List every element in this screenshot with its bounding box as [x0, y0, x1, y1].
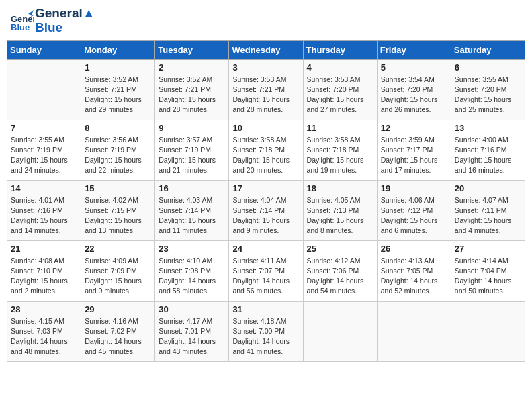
calendar-cell: 24Sunrise: 4:11 AM Sunset: 7:07 PM Dayli…	[229, 240, 303, 301]
calendar-cell: 8Sunrise: 3:56 AM Sunset: 7:19 PM Daylig…	[81, 120, 155, 180]
logo: General Blue General▲ Blue	[9, 7, 95, 35]
calendar-cell: 17Sunrise: 4:04 AM Sunset: 7:14 PM Dayli…	[229, 180, 303, 240]
day-number: 2	[159, 62, 225, 73]
cell-content: Sunrise: 4:18 AM Sunset: 7:00 PM Dayligh…	[232, 316, 299, 357]
calendar-cell: 5Sunrise: 3:54 AM Sunset: 7:20 PM Daylig…	[377, 59, 451, 120]
day-number: 11	[307, 123, 373, 133]
cell-content: Sunrise: 4:16 AM Sunset: 7:02 PM Dayligh…	[85, 316, 151, 357]
calendar-cell: 15Sunrise: 4:02 AM Sunset: 7:15 PM Dayli…	[81, 180, 155, 240]
calendar-cell: 14Sunrise: 4:01 AM Sunset: 7:16 PM Dayli…	[7, 180, 81, 240]
calendar-cell: 16Sunrise: 4:03 AM Sunset: 7:14 PM Dayli…	[155, 180, 229, 240]
day-number: 6	[455, 62, 521, 73]
cell-content: Sunrise: 4:03 AM Sunset: 7:14 PM Dayligh…	[159, 195, 225, 236]
cell-content: Sunrise: 3:57 AM Sunset: 7:19 PM Dayligh…	[159, 135, 225, 176]
day-number: 4	[307, 62, 373, 73]
day-number: 22	[85, 244, 151, 254]
cell-content: Sunrise: 3:59 AM Sunset: 7:17 PM Dayligh…	[381, 135, 447, 176]
calendar-cell: 26Sunrise: 4:13 AM Sunset: 7:05 PM Dayli…	[377, 240, 451, 301]
calendar-cell: 31Sunrise: 4:18 AM Sunset: 7:00 PM Dayli…	[229, 301, 303, 361]
day-number: 31	[232, 304, 299, 314]
day-number: 15	[85, 183, 151, 193]
day-number: 24	[232, 244, 299, 254]
cell-content: Sunrise: 3:52 AM Sunset: 7:21 PM Dayligh…	[85, 75, 151, 116]
calendar-week-row: 1Sunrise: 3:52 AM Sunset: 7:21 PM Daylig…	[7, 59, 525, 120]
day-number: 7	[11, 123, 77, 133]
column-header-wednesday: Wednesday	[229, 40, 303, 59]
cell-content: Sunrise: 3:53 AM Sunset: 7:20 PM Dayligh…	[307, 75, 373, 116]
cell-content: Sunrise: 3:53 AM Sunset: 7:21 PM Dayligh…	[232, 75, 299, 116]
cell-content: Sunrise: 3:56 AM Sunset: 7:19 PM Dayligh…	[85, 135, 151, 176]
cell-content: Sunrise: 4:04 AM Sunset: 7:14 PM Dayligh…	[232, 195, 299, 236]
cell-content: Sunrise: 4:10 AM Sunset: 7:08 PM Dayligh…	[159, 256, 225, 297]
calendar-week-row: 28Sunrise: 4:15 AM Sunset: 7:03 PM Dayli…	[7, 301, 525, 361]
cell-content: Sunrise: 4:17 AM Sunset: 7:01 PM Dayligh…	[159, 316, 225, 357]
day-number: 8	[85, 123, 151, 133]
cell-content: Sunrise: 3:58 AM Sunset: 7:18 PM Dayligh…	[232, 135, 299, 176]
calendar-cell: 6Sunrise: 3:55 AM Sunset: 7:20 PM Daylig…	[451, 59, 525, 120]
page-header: General Blue General▲ Blue	[7, 7, 525, 35]
calendar-cell: 18Sunrise: 4:05 AM Sunset: 7:13 PM Dayli…	[303, 180, 377, 240]
cell-content: Sunrise: 4:06 AM Sunset: 7:12 PM Dayligh…	[381, 195, 447, 236]
cell-content: Sunrise: 3:52 AM Sunset: 7:21 PM Dayligh…	[159, 75, 225, 116]
calendar-cell	[377, 301, 451, 361]
day-number: 23	[159, 244, 225, 254]
calendar-week-row: 21Sunrise: 4:08 AM Sunset: 7:10 PM Dayli…	[7, 240, 525, 301]
day-number: 19	[381, 183, 447, 193]
calendar-cell	[303, 301, 377, 361]
cell-content: Sunrise: 4:01 AM Sunset: 7:16 PM Dayligh…	[11, 195, 77, 236]
day-number: 26	[381, 244, 447, 254]
day-number: 14	[11, 183, 77, 193]
cell-content: Sunrise: 4:02 AM Sunset: 7:15 PM Dayligh…	[85, 195, 151, 236]
cell-content: Sunrise: 4:09 AM Sunset: 7:09 PM Dayligh…	[85, 256, 151, 297]
column-header-friday: Friday	[377, 40, 451, 59]
calendar-cell: 2Sunrise: 3:52 AM Sunset: 7:21 PM Daylig…	[155, 59, 229, 120]
cell-content: Sunrise: 3:55 AM Sunset: 7:20 PM Dayligh…	[455, 75, 521, 116]
day-number: 29	[85, 304, 151, 314]
column-header-tuesday: Tuesday	[155, 40, 229, 59]
cell-content: Sunrise: 4:05 AM Sunset: 7:13 PM Dayligh…	[307, 195, 373, 236]
day-number: 18	[307, 183, 373, 193]
day-number: 16	[159, 183, 225, 193]
logo-blue-text: Blue	[35, 21, 95, 35]
day-number: 30	[159, 304, 225, 314]
day-number: 1	[85, 62, 151, 73]
svg-text:Blue: Blue	[11, 22, 30, 32]
column-header-monday: Monday	[81, 40, 155, 59]
logo-icon: General Blue	[9, 9, 34, 33]
calendar-cell: 20Sunrise: 4:07 AM Sunset: 7:11 PM Dayli…	[451, 180, 525, 240]
calendar-week-row: 14Sunrise: 4:01 AM Sunset: 7:16 PM Dayli…	[7, 180, 525, 240]
cell-content: Sunrise: 4:11 AM Sunset: 7:07 PM Dayligh…	[232, 256, 299, 297]
day-number: 12	[381, 123, 447, 133]
day-number: 9	[159, 123, 225, 133]
calendar-cell: 10Sunrise: 3:58 AM Sunset: 7:18 PM Dayli…	[229, 120, 303, 180]
calendar-cell: 9Sunrise: 3:57 AM Sunset: 7:19 PM Daylig…	[155, 120, 229, 180]
day-number: 25	[307, 244, 373, 254]
calendar-cell: 1Sunrise: 3:52 AM Sunset: 7:21 PM Daylig…	[81, 59, 155, 120]
day-number: 3	[232, 62, 299, 73]
cell-content: Sunrise: 4:08 AM Sunset: 7:10 PM Dayligh…	[11, 256, 77, 297]
calendar-cell: 11Sunrise: 3:58 AM Sunset: 7:18 PM Dayli…	[303, 120, 377, 180]
calendar-week-row: 7Sunrise: 3:55 AM Sunset: 7:19 PM Daylig…	[7, 120, 525, 180]
day-number: 17	[232, 183, 299, 193]
day-number: 27	[455, 244, 521, 254]
day-number: 10	[232, 123, 299, 133]
cell-content: Sunrise: 3:58 AM Sunset: 7:18 PM Dayligh…	[307, 135, 373, 176]
column-header-sunday: Sunday	[7, 40, 81, 59]
column-header-thursday: Thursday	[303, 40, 377, 59]
calendar-cell: 29Sunrise: 4:16 AM Sunset: 7:02 PM Dayli…	[81, 301, 155, 361]
cell-content: Sunrise: 4:14 AM Sunset: 7:04 PM Dayligh…	[455, 256, 521, 297]
calendar-table: SundayMondayTuesdayWednesdayThursdayFrid…	[7, 40, 525, 362]
day-number: 21	[11, 244, 77, 254]
cell-content: Sunrise: 4:07 AM Sunset: 7:11 PM Dayligh…	[455, 195, 521, 236]
calendar-cell: 3Sunrise: 3:53 AM Sunset: 7:21 PM Daylig…	[229, 59, 303, 120]
cell-content: Sunrise: 3:54 AM Sunset: 7:20 PM Dayligh…	[381, 75, 447, 116]
column-header-saturday: Saturday	[451, 40, 525, 59]
cell-content: Sunrise: 4:13 AM Sunset: 7:05 PM Dayligh…	[381, 256, 447, 297]
calendar-cell: 25Sunrise: 4:12 AM Sunset: 7:06 PM Dayli…	[303, 240, 377, 301]
day-number: 28	[11, 304, 77, 314]
day-number: 20	[455, 183, 521, 193]
cell-content: Sunrise: 3:55 AM Sunset: 7:19 PM Dayligh…	[11, 135, 77, 176]
calendar-cell: 21Sunrise: 4:08 AM Sunset: 7:10 PM Dayli…	[7, 240, 81, 301]
calendar-cell: 23Sunrise: 4:10 AM Sunset: 7:08 PM Dayli…	[155, 240, 229, 301]
calendar-cell	[451, 301, 525, 361]
